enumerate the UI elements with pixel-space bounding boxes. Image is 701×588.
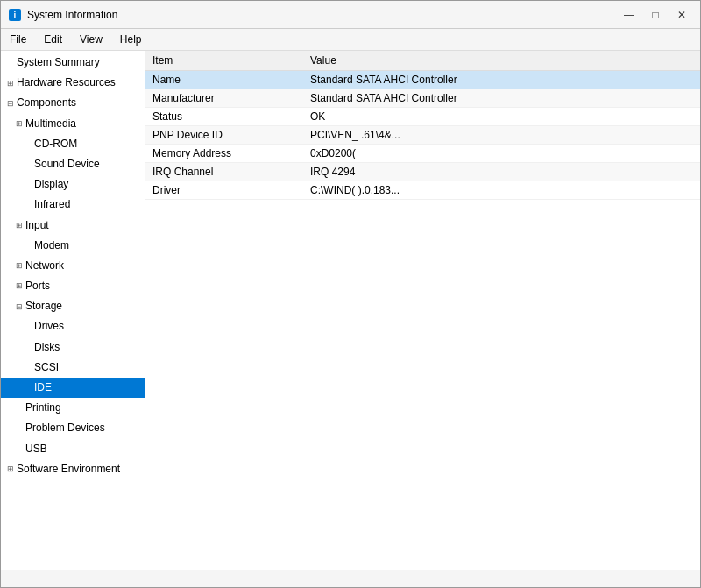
tree-expander-software-environment[interactable]: ⊞ <box>4 463 17 475</box>
tree-label-disks: Disks <box>34 339 60 356</box>
tree-spacer-modem <box>22 239 34 251</box>
tree-label-modem: Modem <box>34 237 69 254</box>
tree-spacer-disks <box>22 341 34 353</box>
content-area: System Summary⊞Hardware Resources⊟Compon… <box>1 51 700 570</box>
tree-panel: System Summary⊞Hardware Resources⊟Compon… <box>1 51 145 570</box>
maximize-button[interactable]: □ <box>644 6 667 24</box>
table-cell-value: IRQ 4294 <box>303 163 700 181</box>
app-icon: i <box>8 8 22 22</box>
table-row: Memory Address0xD0200( <box>145 145 700 163</box>
tree-spacer-system-summary <box>4 57 17 69</box>
title-bar: i System Information — □ ✕ <box>1 1 700 29</box>
menu-item-help[interactable]: Help <box>111 31 151 48</box>
tree-item-network[interactable]: ⊞Network <box>1 256 145 276</box>
minimize-button[interactable]: — <box>618 6 641 24</box>
tree-item-display[interactable]: Display <box>1 174 145 195</box>
tree-item-disks[interactable]: Disks <box>1 337 145 358</box>
tree-item-ports[interactable]: ⊞Ports <box>1 276 145 296</box>
table-cell-item: IRQ Channel <box>145 163 303 181</box>
tree-item-usb[interactable]: USB <box>1 439 145 459</box>
tree-item-infrared[interactable]: Infrared <box>1 195 145 215</box>
menu-item-file[interactable]: File <box>1 31 35 48</box>
tree-label-network: Network <box>25 258 64 274</box>
tree-label-infrared: Infrared <box>34 196 70 213</box>
col-header-value: Value <box>303 51 700 71</box>
tree-item-system-summary[interactable]: System Summary <box>1 53 145 73</box>
tree-label-problem-devices: Problem Devices <box>25 420 105 436</box>
tree-item-components[interactable]: ⊟Components <box>1 93 145 113</box>
window-controls: — □ ✕ <box>618 6 693 24</box>
table-cell-item: Name <box>145 71 303 89</box>
tree-label-scsi: SCSI <box>34 359 59 376</box>
tree-item-software-environment[interactable]: ⊞Software Environment <box>1 459 145 479</box>
tree-item-multimedia[interactable]: ⊞Multimedia <box>1 114 145 134</box>
tree-label-multimedia: Multimedia <box>25 116 76 132</box>
tree-expander-network[interactable]: ⊞ <box>13 259 25 272</box>
tree-expander-components[interactable]: ⊟ <box>4 97 17 110</box>
tree-item-drives[interactable]: Drives <box>1 316 145 337</box>
tree-label-ports: Ports <box>25 278 50 294</box>
close-button[interactable]: ✕ <box>670 6 693 24</box>
table-cell-item: PNP Device ID <box>145 126 303 145</box>
tree-label-usb: USB <box>25 441 47 457</box>
tree-expander-ports[interactable]: ⊞ <box>13 280 25 293</box>
tree-item-input[interactable]: ⊞Input <box>1 216 145 236</box>
tree-item-cd-rom[interactable]: CD-ROM <box>1 134 145 154</box>
tree-label-ide: IDE <box>34 379 52 396</box>
tree-item-problem-devices[interactable]: Problem Devices <box>1 418 145 438</box>
tree-expander-storage[interactable]: ⊟ <box>13 301 25 313</box>
tree-spacer-drives <box>22 321 34 333</box>
table-cell-item: Memory Address <box>145 145 303 163</box>
tree-expander-hardware-resources[interactable]: ⊞ <box>4 77 17 89</box>
table-cell-item: Driver <box>145 181 303 200</box>
tree-label-display: Display <box>34 176 68 193</box>
tree-spacer-usb <box>13 443 25 455</box>
table-row: StatusOK <box>145 108 700 126</box>
tree-item-hardware-resources[interactable]: ⊞Hardware Resources <box>1 73 145 93</box>
menu-item-edit[interactable]: Edit <box>35 31 71 48</box>
tree-spacer-infrared <box>22 199 34 211</box>
svg-text:i: i <box>14 11 17 20</box>
main-window: i System Information — □ ✕ FileEditViewH… <box>0 0 701 588</box>
status-bar <box>1 570 700 587</box>
tree-spacer-problem-devices <box>13 422 25 435</box>
menu-bar: FileEditViewHelp <box>1 29 700 51</box>
tree-expander-input[interactable]: ⊞ <box>13 219 25 231</box>
tree-label-drives: Drives <box>34 318 64 335</box>
table-row: ManufacturerStandard SATA AHCI Controlle… <box>145 89 700 108</box>
tree-item-storage[interactable]: ⊟Storage <box>1 296 145 316</box>
tree-spacer-printing <box>13 402 25 414</box>
table-cell-value: 0xD0200( <box>303 145 700 163</box>
tree-item-modem[interactable]: Modem <box>1 236 145 256</box>
tree-spacer-scsi <box>22 361 34 373</box>
tree-label-printing: Printing <box>25 400 61 416</box>
window-title: System Information <box>27 9 618 21</box>
table-cell-value: PCI\VEN_ .61\4&... <box>303 126 700 145</box>
tree-item-printing[interactable]: Printing <box>1 398 145 418</box>
table-row: DriverC:\WIND( ).0.183... <box>145 181 700 200</box>
detail-table: Item Value NameStandard SATA AHCI Contro… <box>145 51 700 200</box>
table-cell-item: Manufacturer <box>145 89 303 108</box>
menu-item-view[interactable]: View <box>71 31 111 48</box>
tree-expander-multimedia[interactable]: ⊞ <box>13 117 25 130</box>
col-header-item: Item <box>145 51 303 71</box>
table-cell-value: OK <box>303 108 700 126</box>
tree-item-ide[interactable]: IDE <box>1 378 145 398</box>
table-row: PNP Device IDPCI\VEN_ .61\4&... <box>145 126 700 145</box>
tree-spacer-cd-rom <box>22 138 34 150</box>
table-cell-value: Standard SATA AHCI Controller <box>303 71 700 89</box>
table-cell-value: C:\WIND( ).0.183... <box>303 181 700 200</box>
tree-label-cd-rom: CD-ROM <box>34 136 77 152</box>
tree-label-sound-device: Sound Device <box>34 156 100 173</box>
table-row: NameStandard SATA AHCI Controller <box>145 71 700 89</box>
tree-label-components: Components <box>17 95 76 111</box>
tree-label-storage: Storage <box>25 298 62 315</box>
tree-label-input: Input <box>25 217 49 234</box>
tree-item-scsi[interactable]: SCSI <box>1 358 145 378</box>
tree-item-sound-device[interactable]: Sound Device <box>1 154 145 174</box>
table-cell-item: Status <box>145 108 303 126</box>
tree-label-system-summary: System Summary <box>17 54 100 71</box>
tree-spacer-display <box>22 179 34 191</box>
table-cell-value: Standard SATA AHCI Controller <box>303 89 700 108</box>
table-row: IRQ ChannelIRQ 4294 <box>145 163 700 181</box>
